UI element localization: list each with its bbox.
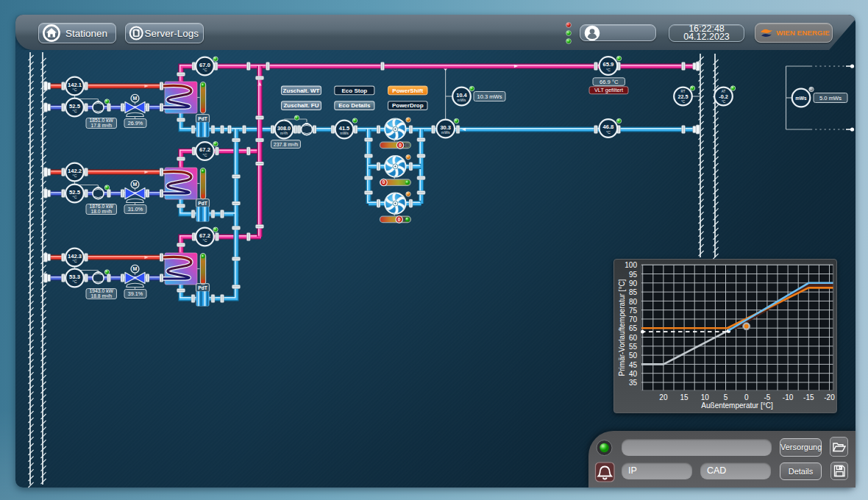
svg-text:52.5: 52.5 [69,189,81,196]
svg-text:°C: °C [203,153,207,157]
svg-text:10: 10 [701,393,710,401]
svg-text:0: 0 [744,393,749,401]
svg-text:PdT: PdT [198,116,207,121]
svg-text:0: 0 [399,143,402,148]
svg-text:142.1: 142.1 [68,82,82,88]
svg-text:mWs: mWs [441,130,450,135]
svg-text:95: 95 [629,271,638,279]
svg-text:67.2: 67.2 [199,146,210,153]
svg-text:5.0 mWs: 5.0 mWs [819,95,842,101]
svg-text:22.5: 22.5 [678,93,689,100]
svg-text:-10: -10 [783,393,794,401]
svg-text:75: 75 [629,307,638,315]
svg-text:°C: °C [73,174,77,178]
svg-text:35: 35 [629,379,638,387]
svg-text:1943.0 kW: 1943.0 kW [90,288,114,293]
svg-text:M: M [133,96,138,101]
svg-text:°C: °C [606,130,611,135]
svg-text:65: 65 [629,324,638,332]
svg-text:20: 20 [659,393,668,401]
svg-text:15: 15 [680,393,689,401]
svg-text:mWs: mWs [458,98,466,102]
svg-text:°C: °C [606,68,611,72]
svg-text:mWs: mWs [795,96,807,101]
svg-text:18.0 m³/h: 18.0 m³/h [90,209,112,214]
svg-text:°C: °C [681,100,686,104]
svg-text:50: 50 [629,351,638,360]
svg-text:°C: °C [203,68,207,72]
svg-text:80: 80 [629,298,638,306]
svg-text:1876.0 kW: 1876.0 kW [90,204,114,209]
svg-text:39.1%: 39.1% [128,290,143,297]
svg-text:Zuschalt. WT: Zuschalt. WT [283,88,320,94]
svg-text:VLT gefiltert: VLT gefiltert [594,87,623,93]
svg-text:PdT: PdT [198,201,207,206]
svg-text:67.0: 67.0 [199,62,210,68]
svg-text:66.9 °C: 66.9 °C [600,79,619,85]
svg-text:237.8 m³/h: 237.8 m³/h [274,142,299,147]
svg-text:-15: -15 [803,393,814,401]
svg-text:Zuschalt. FU: Zuschalt. FU [283,102,319,109]
svg-text:18.8 m³/h: 18.8 m³/h [90,293,112,299]
svg-text:mWs: mWs [340,131,349,135]
svg-text:53.3: 53.3 [69,274,80,280]
svg-text:5: 5 [724,393,728,401]
svg-text:PdT: PdT [198,285,207,290]
svg-text:-20: -20 [824,393,835,401]
svg-text:m³/h: m³/h [280,131,288,135]
svg-text:100: 100 [625,261,637,269]
svg-text:142.2: 142.2 [68,168,82,174]
svg-text:1851.0 kW: 1851.0 kW [90,118,114,123]
svg-text:46.8: 46.8 [603,124,614,130]
svg-text:°C: °C [73,195,77,199]
svg-text:°C: °C [73,259,77,263]
svg-text:70: 70 [629,315,638,324]
svg-text:Primär-Vorlauftemperatur [°C]: Primär-Vorlauftemperatur [°C] [618,279,626,376]
svg-text:°C: °C [73,109,77,113]
svg-text:65.9: 65.9 [603,61,614,68]
svg-text:30.3: 30.3 [441,124,451,131]
svg-text:10.4: 10.4 [456,92,467,99]
svg-text:308.0: 308.0 [277,125,291,132]
svg-text:°C: °C [73,279,77,284]
svg-text:41.5: 41.5 [339,125,349,132]
svg-text:17.8 m³/h: 17.8 m³/h [90,123,112,128]
svg-text:26.9%: 26.9% [128,120,143,126]
svg-text:52.5: 52.5 [69,103,81,110]
svg-text:0: 0 [383,179,385,185]
svg-text:°C: °C [73,88,77,92]
svg-text:55: 55 [629,343,638,351]
svg-text:90: 90 [629,279,638,288]
svg-text:85: 85 [629,288,638,296]
svg-text:-5: -5 [764,393,770,401]
svg-text:Eco Details: Eco Details [338,102,371,109]
svg-text:10.3 mWs: 10.3 mWs [477,93,502,100]
svg-text:142.3: 142.3 [68,253,82,260]
svg-text:-0.2: -0.2 [719,93,728,100]
svg-text:40: 40 [629,370,638,378]
svg-text:45: 45 [629,361,638,369]
svg-text:PowerDrop: PowerDrop [392,102,424,109]
svg-text:°C: °C [722,100,726,104]
svg-text:60: 60 [629,334,638,342]
svg-text:Außentemperatur [°C]: Außentemperatur [°C] [701,401,773,410]
svg-text:0: 0 [398,217,401,222]
svg-text:M: M [133,266,138,271]
svg-text:°C: °C [203,238,207,243]
svg-text:M: M [133,182,138,187]
svg-text:67.2: 67.2 [199,232,210,239]
svg-text:31.0%: 31.0% [128,206,143,213]
svg-text:PowerShift: PowerShift [392,88,423,94]
svg-text:Eco Stop: Eco Stop [342,88,368,94]
